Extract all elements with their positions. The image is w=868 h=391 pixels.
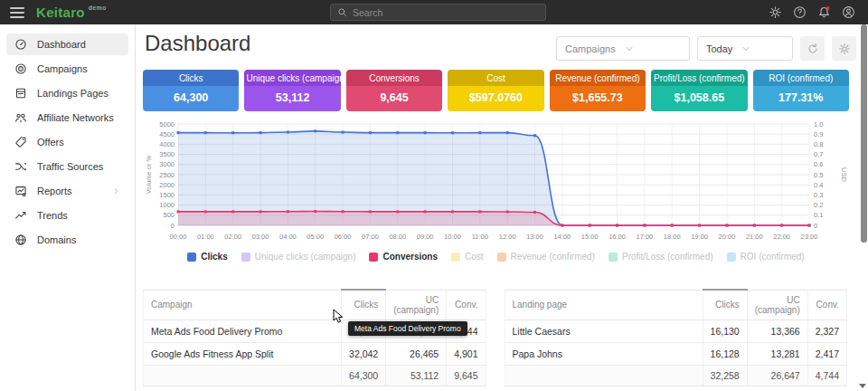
sidebar-item-dashboard[interactable]: Dashboard <box>6 33 128 55</box>
column-header-clicks[interactable]: Clicks <box>703 290 747 319</box>
search-input[interactable] <box>353 7 539 18</box>
main-content: Dashboard Campaigns Today Clicks64,300Un… <box>137 24 868 391</box>
legend-item-cost[interactable]: Cost <box>451 252 484 262</box>
svg-text:00:00: 00:00 <box>170 233 187 241</box>
table-totals-row: 32,25826,6474,744 <box>505 365 847 386</box>
svg-text:04:00: 04:00 <box>279 233 297 241</box>
target-icon <box>14 62 27 75</box>
notification-bell-icon[interactable] <box>817 5 831 19</box>
row-name-cell[interactable]: Papa Johns <box>505 342 703 365</box>
sidebar-item-reports[interactable]: Reports <box>6 180 128 202</box>
stat-card-roi-confirmed[interactable]: ROI (confirmed)177.31% <box>753 70 849 111</box>
svg-text:1500: 1500 <box>159 191 175 199</box>
svg-text:0: 0 <box>171 222 175 230</box>
scrollbar-down-arrow[interactable] <box>859 384 866 388</box>
row-value-cell: 4,901 <box>447 342 486 365</box>
svg-text:USD: USD <box>840 167 848 182</box>
row-name-cell[interactable]: Little Caesars <box>505 319 703 342</box>
svg-text:10:00: 10:00 <box>444 233 461 241</box>
svg-text:22:00: 22:00 <box>773 233 790 241</box>
app-logo[interactable]: Keitarodemo <box>36 5 107 20</box>
svg-text:0.7: 0.7 <box>814 150 823 158</box>
column-header-conv[interactable]: Conv. <box>447 290 486 319</box>
row-value-cell: 16,128 <box>703 342 747 365</box>
column-header-uc-campaign[interactable]: UC (campaign) <box>747 290 807 319</box>
settings-gear-icon[interactable] <box>769 5 782 19</box>
svg-text:1000: 1000 <box>159 201 175 209</box>
total-cell: 9,645 <box>447 365 486 386</box>
summary-tables: CampaignClicksUC (campaign)Conv.Meta Ads… <box>143 289 847 386</box>
svg-text:0.6: 0.6 <box>814 160 823 168</box>
svg-text:0.2: 0.2 <box>814 201 823 209</box>
stat-card-unique-clicks-campaign[interactable]: Unique clicks (campaign)53,112 <box>244 70 340 111</box>
total-cell: 53,112 <box>386 365 447 386</box>
table-totals-row: 64,30053,1129,645 <box>144 365 486 386</box>
user-avatar-icon[interactable] <box>842 5 855 19</box>
row-value-cell: 2,417 <box>807 342 846 365</box>
help-icon[interactable] <box>793 5 807 19</box>
stat-card-value: $597.0760 <box>448 86 543 111</box>
stat-card-value: 177.31% <box>753 86 849 111</box>
campaign-table: CampaignClicksUC (campaign)Conv.Meta Ads… <box>143 289 486 386</box>
sidebar-item-label: Dashboard <box>37 39 86 50</box>
legend-item-profit-loss-confirmed[interactable]: Profit/Loss (confirmed) <box>609 252 713 262</box>
refresh-button[interactable] <box>800 36 825 61</box>
legend-item-unique-clicks-campaign[interactable]: Unique clicks (campaign) <box>241 252 356 262</box>
date-range-select[interactable]: Today <box>697 36 793 61</box>
stat-card-label: Cost <box>448 70 543 86</box>
sidebar-item-domains[interactable]: Domains <box>6 229 128 251</box>
row-name-cell[interactable]: Meta Ads Food Delivery Promo <box>144 319 342 342</box>
column-header-conv[interactable]: Conv. <box>807 290 846 319</box>
row-name-cell[interactable]: Google Ads Fitness App Split <box>144 342 342 365</box>
stat-card-conversions[interactable]: Conversions9,645 <box>346 70 442 111</box>
sidebar-item-affiliate-networks[interactable]: Affiliate Networks <box>6 107 128 129</box>
legend-label: Revenue (confirmed) <box>511 252 595 262</box>
stat-card-clicks[interactable]: Clicks64,300 <box>143 70 239 111</box>
legend-item-conversions[interactable]: Conversions <box>369 252 438 262</box>
total-cell: 26,647 <box>747 365 807 386</box>
legend-item-revenue-confirmed[interactable]: Revenue (confirmed) <box>497 252 595 262</box>
svg-text:0.1: 0.1 <box>814 211 823 219</box>
dashboard-settings-button[interactable] <box>832 36 856 61</box>
column-header-landing-page[interactable]: Landing page <box>505 290 703 319</box>
sidebar-item-campaigns[interactable]: Campaigns <box>6 58 128 80</box>
sidebar-item-label: Offers <box>37 137 64 148</box>
globe-icon <box>14 234 27 246</box>
svg-text:01:00: 01:00 <box>197 233 214 241</box>
logo-demo-badge: demo <box>89 5 107 11</box>
report-icon <box>14 185 27 197</box>
sidebar-item-label: Domains <box>37 234 76 245</box>
svg-text:03:00: 03:00 <box>252 233 269 241</box>
stat-card-revenue-confirmed[interactable]: Revenue (confirmed)$1,655.73 <box>550 70 646 111</box>
column-header-uc-campaign[interactable]: UC (campaign) <box>386 290 447 319</box>
stat-card-value: 64,300 <box>143 86 239 111</box>
search-bar[interactable] <box>330 4 546 21</box>
landing-page-table: Landing pageClicksUC (campaign)Conv.Litt… <box>505 289 848 386</box>
legend-item-clicks[interactable]: Clicks <box>187 252 227 262</box>
legend-label: ROI (confirmed) <box>741 252 805 262</box>
scrollbar-thumb[interactable] <box>861 24 867 243</box>
table-row[interactable]: Little Caesars16,13013,3662,327 <box>505 319 847 342</box>
hamburger-menu-icon[interactable] <box>10 5 24 21</box>
sidebar-item-offers[interactable]: Offers <box>6 131 128 153</box>
svg-text:0: 0 <box>814 222 817 230</box>
sidebar-item-landings-pages[interactable]: Landings Pages <box>6 82 128 104</box>
table-row[interactable]: Google Ads Fitness App Split32,04226,465… <box>144 342 486 365</box>
legend-label: Clicks <box>201 252 227 262</box>
sidebar-item-traffic-sources[interactable]: Traffic Sources <box>6 156 128 177</box>
traffic-chart[interactable]: 0500100015002000250030003500400045005000… <box>143 119 851 245</box>
stat-card-profit-loss-confirmed[interactable]: Profit/Loss (confirmed)$1,058.65 <box>651 70 747 111</box>
legend-swatch <box>187 253 196 262</box>
stat-card-cost[interactable]: Cost$597.0760 <box>448 70 543 111</box>
svg-text:4000: 4000 <box>159 140 175 148</box>
legend-item-roi-confirmed[interactable]: ROI (confirmed) <box>727 252 805 262</box>
column-header-campaign[interactable]: Campaign <box>144 290 342 319</box>
sidebar-item-trends[interactable]: Trends <box>6 205 128 226</box>
svg-text:0.9: 0.9 <box>814 130 823 138</box>
total-cell: 64,300 <box>342 365 386 386</box>
column-header-clicks[interactable]: Clicks <box>342 290 386 319</box>
table-row[interactable]: Papa Johns16,12813,2812,417 <box>505 342 847 365</box>
stat-card-label: Unique clicks (campaign) <box>244 70 340 86</box>
campaigns-filter-select[interactable]: Campaigns <box>556 36 690 61</box>
legend-swatch <box>369 253 378 262</box>
